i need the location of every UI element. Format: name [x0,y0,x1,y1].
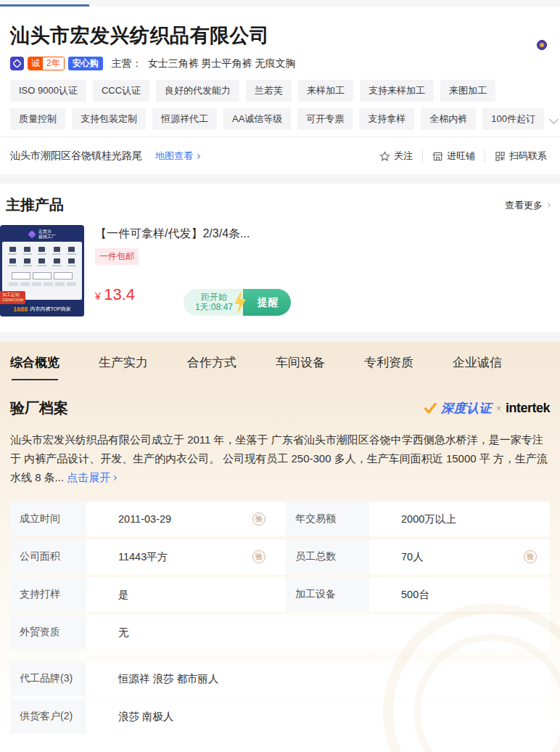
certification-logos: 深度认证 × intertek [424,400,550,417]
intertek-logo: intertek [506,401,550,416]
chevron-right-icon [545,203,551,208]
service-icon-grid [5,245,79,269]
countdown-pill: 距开始 1天:08:47 提醒 [184,289,291,316]
section-divider [0,174,560,184]
expand-link[interactable]: 点击展开 [67,468,116,487]
medal-icon[interactable] [537,40,547,50]
tab-cooperation[interactable]: 合作方式 [187,354,236,380]
shop-icon [432,151,443,162]
tab-equipment[interactable]: 车间设备 [276,354,325,380]
free-shipping-tag: 一件包邮 [95,248,139,265]
table-row: 供货客户(2) 浪莎 南极人 [10,699,550,734]
tag: CCC认证 [93,80,149,102]
company-description: 汕头市宏发兴纺织品有限公司成立于 2011 年，坐落于 广东省汕头市潮阳区谷饶中… [10,430,550,493]
main-products-label: 主营： [112,57,142,70]
main-products-value: 女士三角裤 男士平角裤 无痕文胸 [148,57,296,70]
tag-row-1: ISO 9000认证 CCC认证 良好的代发能力 兰若芙 来样加工 支持来样加工… [10,80,550,102]
top-scroll-strip [0,0,560,7]
verified-badge: 验 [252,512,265,526]
section-title: 主推产品 [6,195,64,215]
featured-products-section: 主推产品 查看更多 宏发兴 超级工厂 [0,184,560,332]
company-address: 汕头市潮阳区谷饶镇桂光路尾 [10,150,142,163]
product-title[interactable]: 【一件可拿样/代发】2/3/4条... [95,226,550,242]
tag: 兰若芙 [246,80,292,102]
tag-row-2: 质量控制 支持包装定制 恒源祥代工 AA诚信等级 可开专票 支持拿样 全棉内裤 … [10,108,550,130]
chevron-down-icon[interactable] [551,116,557,123]
tag: 100件起订 [482,108,544,130]
table-row: 外贸资质 无 [10,615,550,650]
tag: 来图加工 [440,80,495,102]
follow-button[interactable]: 关注 [370,150,422,163]
table-row: 成立时间 2011-03-29 验 年交易额 2000万以上 [10,502,550,536]
company-info-table: 成立时间 2011-03-29 验 年交易额 2000万以上 公司面积 1144… [10,502,550,734]
oem-ribbon: 加工定制 OEM/ODM [0,291,25,304]
verified-badge: 验 [524,550,537,563]
address-bar: 汕头市潮阳区谷饶镇桂光路尾 地图查看 关注 进旺铺 扫码联系 [0,136,560,174]
diamond-logo-icon [28,230,36,238]
deep-cert-logo: 深度认证 [441,400,492,417]
verified-badge: 验 [252,550,265,563]
qr-contact-button[interactable]: 扫码联系 [485,150,547,163]
tag: 全棉内裤 [421,108,476,130]
qr-code-icon [495,151,506,162]
enter-shop-button[interactable]: 进旺铺 [422,150,485,163]
tag: AA诚信等级 [223,108,291,130]
tab-overview[interactable]: 综合概览 [10,354,59,380]
tag: 支持来样加工 [360,80,434,102]
tag: ISO 9000认证 [10,80,86,102]
anxingou-badge[interactable]: 安心购 [68,57,103,70]
map-view-link[interactable]: 地图查看 [155,150,199,163]
view-more-link[interactable]: 查看更多 [505,199,550,212]
section-title: 验厂档案 [10,399,68,418]
company-header: 汕头市宏发兴纺织品有限公司 诚 2年 安心购 主营： 女士三角裤 男士平角裤 无… [0,7,560,174]
products-header: 主推产品 查看更多 [0,184,550,225]
tag: 良好的代发能力 [156,80,239,102]
star-icon [379,151,390,162]
tab-bar: 综合概览 生产实力 合作方式 车间设备 专利资质 企业诚信 [10,342,550,380]
badge-row: 诚 2年 安心购 主营： 女士三角裤 男士平角裤 无痕文胸 [10,57,550,70]
product-info: 【一件可拿样/代发】2/3/4条... 一件包邮 ¥ 13.4 距开始 1天:0… [95,225,550,316]
audit-header: 验厂档案 深度认证 × intertek [10,399,550,418]
brand-shield-icon [10,57,24,70]
capability-tags: ISO 9000认证 CCC认证 良好的代发能力 兰若芙 来样加工 支持来样加工… [10,80,550,130]
tag: 质量控制 [10,108,65,130]
product-price: ¥ 13.4 [95,285,135,304]
tab-credit[interactable]: 企业诚信 [453,354,502,380]
page-title: 汕头市宏发兴纺织品有限公司 [10,7,550,49]
table-row: 公司面积 11443平方 验 员工总数 70人 验 [10,539,550,574]
audit-section: 综合概览 生产实力 合作方式 车间设备 专利资质 企业诚信 验厂档案 深度认证 … [0,342,560,734]
tag: 支持拿样 [359,108,414,130]
lightning-bolt-icon [233,290,247,314]
table-row: 支持打样 是 加工设备 500台 [10,577,550,612]
chevron-right-icon [195,153,200,158]
tab-patents[interactable]: 专利资质 [364,354,413,380]
tag: 支持包装定制 [72,108,146,130]
chevron-right-icon [112,475,117,480]
tab-production[interactable]: 生产实力 [99,354,148,380]
tag: 来样加工 [298,80,353,102]
product-card: 宏发兴 超级工厂 1688 内衣内裤TOP商家 加工定制 OEM/ODM [0,225,550,332]
integrity-badge[interactable]: 诚 2年 [28,57,65,70]
header-actions: 关注 进旺铺 扫码联系 [370,150,547,163]
remind-button[interactable]: 提醒 [243,289,291,316]
product-image[interactable]: 宏发兴 超级工厂 1688 内衣内裤TOP商家 加工定制 OEM/ODM [0,225,84,316]
check-icon [424,403,437,414]
section-divider [0,332,560,342]
tag: 恒源祥代工 [152,108,217,130]
table-row: 代工品牌(3) 恒源祥 浪莎 都市丽人 [10,661,550,696]
tag: 可开专票 [297,108,353,130]
